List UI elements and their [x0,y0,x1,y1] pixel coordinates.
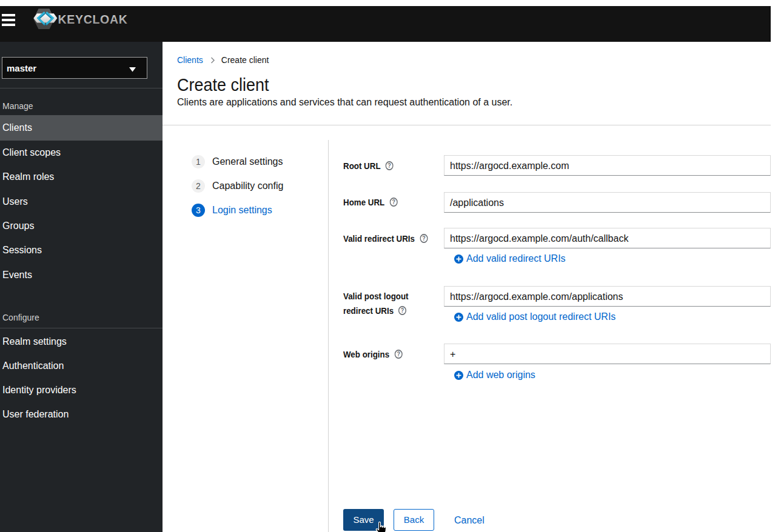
svg-text:KEYCLOAK: KEYCLOAK [58,13,128,26]
svg-text:?: ? [388,162,392,169]
svg-text:?: ? [401,307,404,314]
svg-text:?: ? [422,234,426,242]
svg-text:?: ? [392,198,395,205]
svg-text:?: ? [397,350,400,357]
